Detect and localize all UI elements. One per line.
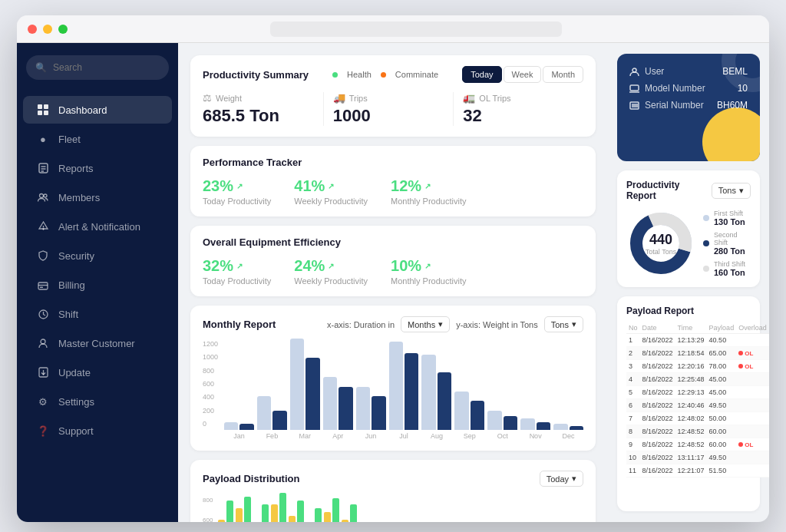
ps-metrics: ⚖ Weight 685.5 Ton 🚚 Trips 1000 <box>203 92 583 126</box>
app-window: 🔍 Dashboard ● Fleet <box>17 15 769 522</box>
security-icon <box>37 249 49 262</box>
cell-time: 12:48:52 <box>675 438 707 451</box>
donut-container: 440 Total Tons First Shift 130 Ton <box>626 209 751 278</box>
sidebar-item-settings[interactable]: ⚙ Settings <box>23 388 172 415</box>
ol-trips-label: OL Trips <box>479 94 510 103</box>
y-unit-select[interactable]: Tons ▾ <box>544 316 583 332</box>
svg-rect-2 <box>38 111 42 115</box>
perf-weekly: 41% ↗ Weekly Productivity <box>294 177 368 206</box>
ol-trips-icon: 🚛 <box>463 92 475 104</box>
cell-overload <box>736 386 769 399</box>
weight-label: Weight <box>216 94 242 103</box>
bar-dark-Feb <box>272 411 286 430</box>
pd-y-600: 600 <box>203 517 213 523</box>
cell-overload <box>736 412 769 425</box>
model-value: 10 <box>738 83 748 94</box>
bar-label-Sep: Sep <box>464 432 476 440</box>
sidebar-item-fleet[interactable]: ● Fleet <box>23 125 172 153</box>
sidebar-item-security[interactable]: Security <box>23 242 172 269</box>
col-overload: Overload <box>736 322 769 334</box>
tab-week[interactable]: Week <box>504 66 542 83</box>
oee-weekly-value: 24% <box>294 257 325 275</box>
bar-label-Mar: Mar <box>299 432 312 440</box>
cell-payload: 78.00 <box>707 360 737 373</box>
payload-dist-title: Payload Distribution <box>203 473 299 484</box>
bar-dark-Jan <box>239 424 253 430</box>
main-area: Productivity Summary Health Comminate To… <box>178 43 769 522</box>
cell-no: 5 <box>626 386 640 399</box>
oee-arrow-monthly: ↗ <box>424 262 431 270</box>
svg-rect-3 <box>44 111 48 115</box>
cell-time: 12:40:46 <box>675 399 707 412</box>
pd-y-800: 800 <box>203 497 213 504</box>
oee-card: Overall Equipment Efficiency 32% ↗ Today… <box>190 226 596 296</box>
pd-bar-7-0 <box>342 520 348 522</box>
sidebar-item-support[interactable]: ❓ Support <box>23 417 172 444</box>
barcode-icon <box>629 101 639 110</box>
cell-time: 12:21:07 <box>675 464 707 477</box>
bar-light-Jun <box>356 387 370 430</box>
maximize-button[interactable] <box>58 25 68 34</box>
cell-date: 8/16/2022 <box>640 438 675 451</box>
cell-time: 12:25:48 <box>675 373 707 386</box>
sidebar-search-box[interactable]: 🔍 <box>26 55 169 80</box>
sidebar-label-members: Members <box>58 192 100 203</box>
x-axis-label: x-axis: Duration in <box>327 320 395 329</box>
table-row: 7 8/16/2022 12:48:02 50.00 <box>626 412 769 425</box>
svg-rect-19 <box>630 85 639 91</box>
cell-overload <box>736 464 769 477</box>
trips-value: 1000 <box>333 106 444 126</box>
bar-light-Feb <box>257 396 271 430</box>
payload-dist-filter[interactable]: Today ▾ <box>540 471 583 487</box>
oee-monthly-value: 10% <box>391 257 421 275</box>
ps-header: Productivity Summary Health Comminate To… <box>203 66 583 83</box>
col-payload: Payload <box>707 322 737 334</box>
bar-light-Mar <box>290 339 304 430</box>
cell-date: 8/16/2022 <box>640 373 675 386</box>
donut-legend: First Shift 130 Ton Second Shift 280 Ton <box>703 210 751 277</box>
payload-table-header: No Date Time Payload Overload <box>626 322 769 334</box>
chevron-down-icon-pr: ▾ <box>739 186 744 196</box>
sidebar-item-update[interactable]: Update <box>23 359 172 386</box>
sidebar-item-reports[interactable]: Reports <box>23 154 172 182</box>
prod-report-unit[interactable]: Tons ▾ <box>712 183 751 199</box>
arrow-up-weekly-icon: ↗ <box>328 182 334 190</box>
tab-month[interactable]: Month <box>543 66 583 83</box>
first-shift-dot <box>703 215 709 221</box>
sidebar-item-alert[interactable]: Alert & Notification <box>23 213 172 240</box>
pd-group-6 <box>324 498 339 522</box>
table-row: 6 8/16/2022 12:40:46 49.50 <box>626 399 769 412</box>
search-input[interactable] <box>53 62 160 73</box>
sidebar-item-billing[interactable]: Billing <box>23 271 172 299</box>
cell-time: 12:48:52 <box>675 425 707 438</box>
cell-overload <box>736 334 769 347</box>
cell-date: 8/16/2022 <box>640 451 675 464</box>
monthly-report-card: Monthly Report x-axis: Duration in Month… <box>190 306 596 451</box>
y-label-600: 600 <box>203 380 218 388</box>
sidebar-item-shift[interactable]: Shift <box>23 300 172 328</box>
sidebar-item-members[interactable]: Members <box>23 183 172 211</box>
pd-bar-1-0 <box>236 508 243 522</box>
support-icon: ❓ <box>37 425 49 437</box>
sidebar-item-master-customer[interactable]: Master Customer <box>23 329 172 357</box>
close-button[interactable] <box>28 25 37 34</box>
bar-dark-Oct <box>504 416 517 430</box>
tab-today[interactable]: Today <box>462 66 501 83</box>
bar-group-Jun: Jun <box>356 387 386 440</box>
metric-trips: 🚚 Trips 1000 <box>324 92 454 126</box>
col-date: Date <box>640 322 675 334</box>
bar-dark-Sep <box>471 401 484 430</box>
arrow-up-monthly-icon: ↗ <box>424 182 431 190</box>
cell-payload: 49.50 <box>707 399 737 412</box>
donut-chart: 440 Total Tons <box>626 209 695 278</box>
user-row: User BEML <box>629 66 748 77</box>
legend-dot-health <box>332 72 338 78</box>
table-row: 5 8/16/2022 12:29:13 45.00 <box>626 386 769 399</box>
x-unit-select[interactable]: Months ▾ <box>401 316 450 332</box>
second-shift-label: Second Shift <box>714 231 751 246</box>
bar-label-Feb: Feb <box>266 432 279 440</box>
ps-tabs: Today Week Month <box>462 66 583 83</box>
sidebar-item-dashboard[interactable]: Dashboard <box>23 96 172 124</box>
minimize-button[interactable] <box>43 25 52 34</box>
cell-date: 8/16/2022 <box>640 399 675 412</box>
